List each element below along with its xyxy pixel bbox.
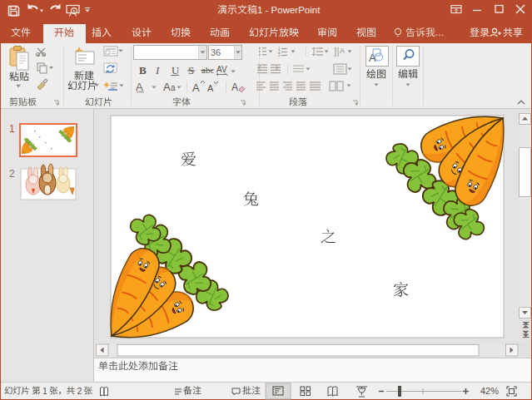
svg-text:A: A xyxy=(340,47,345,55)
svg-text:A: A xyxy=(207,83,214,93)
svg-text:A: A xyxy=(231,81,238,93)
svg-text:1: 1 xyxy=(257,5,262,15)
svg-text:1: 1 xyxy=(9,123,15,135)
svg-text:PowerPoint: PowerPoint xyxy=(271,5,321,15)
svg-text:A: A xyxy=(163,81,171,93)
svg-text:AV: AV xyxy=(216,65,227,74)
svg-text:...: ... xyxy=(435,27,444,38)
svg-text:U: U xyxy=(172,64,180,77)
svg-text:a: a xyxy=(171,83,176,92)
svg-text:1: 1 xyxy=(42,386,47,396)
svg-text:42%: 42% xyxy=(480,386,499,396)
svg-text:2: 2 xyxy=(77,386,82,396)
svg-text:2: 2 xyxy=(9,168,15,180)
svg-text:A: A xyxy=(192,81,200,94)
svg-text:B: B xyxy=(139,64,147,77)
svg-text:36: 36 xyxy=(211,47,221,57)
svg-text:I: I xyxy=(155,64,160,77)
svg-text:-: - xyxy=(266,5,269,15)
